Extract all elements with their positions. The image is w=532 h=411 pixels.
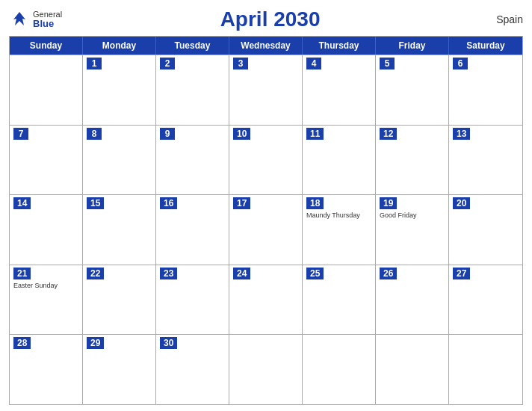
logo-blue-text: Blue [33, 19, 62, 28]
cal-cell-3-4: 25 [303, 265, 376, 335]
week-row-0: 123456 [10, 55, 522, 125]
weekday-header-tuesday: Tuesday [156, 37, 229, 55]
calendar-header-row: SundayMondayTuesdayWednesdayThursdayFrid… [10, 37, 522, 55]
logo-bird-icon [9, 9, 30, 30]
cal-cell-0-3: 3 [229, 55, 303, 125]
cell-date: 18 [306, 197, 324, 209]
weekday-header-monday: Monday [83, 37, 156, 55]
cal-cell-4-1: 29 [83, 335, 156, 404]
cal-cell-2-6: 20 [449, 195, 522, 265]
calendar-title: April 2030 [62, 7, 478, 31]
cell-date: 8 [87, 128, 102, 140]
cal-cell-3-1: 22 [83, 265, 156, 335]
cal-cell-1-4: 11 [303, 126, 376, 195]
weekday-header-thursday: Thursday [303, 37, 376, 55]
cell-date: 22 [87, 268, 104, 279]
weekday-header-sunday: Sunday [10, 37, 83, 55]
cal-cell-0-5: 5 [376, 55, 449, 125]
cell-date: 11 [306, 128, 324, 140]
cell-date: 13 [453, 128, 470, 140]
cell-date: 28 [13, 337, 31, 349]
weekday-header-wednesday: Wednesday [229, 37, 303, 55]
cell-date: 30 [160, 337, 177, 349]
cell-date: 2 [160, 58, 175, 69]
cal-cell-1-3: 10 [229, 126, 303, 195]
cal-cell-0-1: 1 [83, 55, 156, 125]
country-label: Spain [478, 13, 523, 25]
weekday-header-friday: Friday [376, 37, 449, 55]
cell-date: 20 [453, 197, 470, 209]
week-row-3: 21Easter Sunday222324252627 [10, 265, 522, 335]
cell-date: 3 [233, 58, 248, 69]
cal-cell-3-3: 24 [229, 265, 303, 335]
cal-cell-2-0: 14 [10, 195, 83, 265]
cal-cell-1-0: 7 [10, 126, 83, 195]
cal-cell-1-2: 9 [156, 126, 229, 195]
cal-cell-1-1: 8 [83, 126, 156, 195]
cell-date: 17 [233, 197, 250, 209]
cal-cell-3-6: 27 [449, 265, 522, 335]
cell-date: 1 [87, 58, 102, 69]
cell-date: 6 [453, 58, 468, 69]
cal-cell-4-4 [303, 335, 376, 404]
logo: General Blue [9, 9, 62, 30]
cell-date: 7 [13, 128, 28, 140]
cal-cell-2-2: 16 [156, 195, 229, 265]
cell-date: 14 [13, 197, 31, 209]
cell-date: 12 [380, 128, 397, 140]
cell-date: 21 [13, 268, 31, 279]
cal-cell-2-4: 18Maundy Thursday [303, 195, 376, 265]
cell-date: 4 [306, 58, 321, 69]
cell-event: Maundy Thursday [306, 211, 371, 220]
cal-cell-2-3: 17 [229, 195, 303, 265]
cal-cell-3-0: 21Easter Sunday [10, 265, 83, 335]
cell-date: 5 [380, 58, 395, 69]
cal-cell-0-6: 6 [449, 55, 522, 125]
cell-date: 23 [160, 268, 177, 279]
cal-cell-1-5: 12 [376, 126, 449, 195]
cell-date: 16 [160, 197, 177, 209]
cal-cell-3-5: 26 [376, 265, 449, 335]
cell-date: 9 [160, 128, 175, 140]
cal-cell-3-2: 23 [156, 265, 229, 335]
cal-cell-1-6: 13 [449, 126, 522, 195]
cal-cell-4-5 [376, 335, 449, 404]
weekday-header-saturday: Saturday [449, 37, 522, 55]
cal-cell-4-6 [449, 335, 522, 404]
cal-cell-4-2: 30 [156, 335, 229, 404]
cal-cell-2-1: 15 [83, 195, 156, 265]
week-row-4: 282930 [10, 334, 522, 404]
cell-date: 25 [306, 268, 324, 279]
cell-event: Easter Sunday [13, 282, 78, 291]
cell-date: 27 [453, 268, 470, 279]
week-row-2: 1415161718Maundy Thursday19Good Friday20 [10, 194, 522, 265]
cal-cell-4-0: 28 [10, 335, 83, 404]
logo-text: General Blue [33, 10, 62, 28]
cal-cell-0-0 [10, 55, 83, 125]
cell-date: 19 [380, 197, 397, 209]
cal-cell-0-4: 4 [303, 55, 376, 125]
cal-cell-4-3 [229, 335, 303, 404]
svg-marker-0 [13, 12, 25, 25]
cell-date: 29 [87, 337, 104, 349]
header: General Blue April 2030 Spain [9, 7, 523, 31]
cell-date: 10 [233, 128, 250, 140]
calendar-body: 123456789101112131415161718Maundy Thursd… [10, 55, 522, 404]
calendar: SundayMondayTuesdayWednesdayThursdayFrid… [9, 36, 523, 405]
cell-event: Good Friday [380, 211, 445, 220]
cal-cell-0-2: 2 [156, 55, 229, 125]
cell-date: 26 [380, 268, 397, 279]
cell-date: 15 [87, 197, 104, 209]
week-row-1: 78910111213 [10, 125, 522, 195]
cal-cell-2-5: 19Good Friday [376, 195, 449, 265]
cell-date: 24 [233, 268, 250, 279]
calendar-page: General Blue April 2030 Spain SundayMond… [0, 0, 532, 411]
